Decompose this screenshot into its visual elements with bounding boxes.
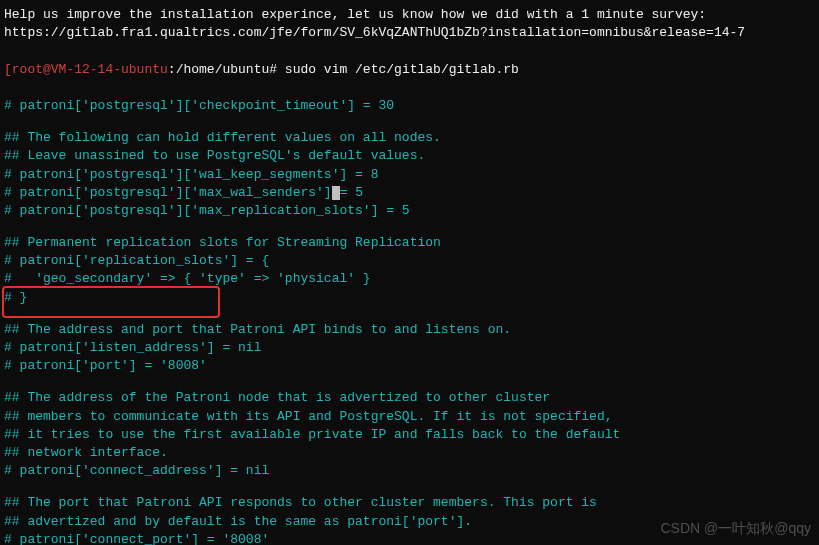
survey-url: https://gitlab.fra1.qualtrics.com/jfe/fo… xyxy=(4,24,815,42)
watermark-text: CSDN @一叶知秋@qqy xyxy=(660,519,811,539)
prompt-user-host: [root@VM-12-14-ubuntu xyxy=(4,62,168,77)
shell-prompt-line[interactable]: [root@VM-12-14-ubuntu:/home/ubuntu# sudo… xyxy=(4,61,815,79)
shell-command: sudo vim /etc/gitlab/gitlab.rb xyxy=(285,62,519,77)
config-line: ## The address of the Patroni node that … xyxy=(4,389,815,407)
config-line: ## The following can hold different valu… xyxy=(4,129,815,147)
config-line xyxy=(4,375,815,389)
config-line: # patroni['replication_slots'] = { xyxy=(4,252,815,270)
config-line: # patroni['postgresql']['wal_keep_segmen… xyxy=(4,166,815,184)
config-line: ## The port that Patroni API responds to… xyxy=(4,494,815,512)
config-line: # patroni['connect_address'] = nil xyxy=(4,462,815,480)
config-line: # 'geo_secondary' => { 'type' => 'physic… xyxy=(4,270,815,288)
config-line xyxy=(4,220,815,234)
config-line-cursor: # patroni['postgresql']['max_wal_senders… xyxy=(4,184,815,202)
config-line: ## Permanent replication slots for Strea… xyxy=(4,234,815,252)
config-line: # patroni['listen_address'] = nil xyxy=(4,339,815,357)
blank-line xyxy=(4,42,815,60)
survey-text-1: Help us improve the installation experin… xyxy=(4,6,815,24)
config-line: ## it tries to use the first available p… xyxy=(4,426,815,444)
config-line xyxy=(4,307,815,321)
config-line: ## network interface. xyxy=(4,444,815,462)
config-line: ## members to communicate with its API a… xyxy=(4,408,815,426)
config-line xyxy=(4,115,815,129)
config-line: # patroni['postgresql']['max_replication… xyxy=(4,202,815,220)
prompt-path: :/home/ubuntu# xyxy=(168,62,285,77)
vim-cursor xyxy=(332,186,340,200)
config-line: # patroni['postgresql']['checkpoint_time… xyxy=(4,97,815,115)
blank-line xyxy=(4,79,815,97)
config-line: ## The address and port that Patroni API… xyxy=(4,321,815,339)
config-line xyxy=(4,480,815,494)
config-line: # } xyxy=(4,289,815,307)
config-line: ## Leave unassined to use PostgreSQL's d… xyxy=(4,147,815,165)
config-line-highlighted: # patroni['port'] = '8008' xyxy=(4,357,815,375)
